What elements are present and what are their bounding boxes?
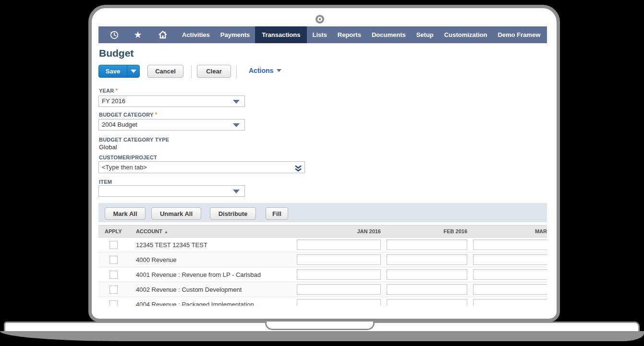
jan-amount-input[interactable] bbox=[297, 299, 381, 306]
double-chevron-down-icon[interactable] bbox=[294, 165, 302, 174]
table-row: 4002 Revenue : Custom Development bbox=[98, 282, 547, 297]
home-icon[interactable] bbox=[158, 30, 168, 40]
jan-column-header: JAN 2016 bbox=[297, 228, 381, 234]
apply-column-header: APPLY bbox=[105, 228, 122, 234]
item-select[interactable] bbox=[98, 185, 245, 197]
budget-category-value: 2004 Budget bbox=[102, 121, 137, 128]
account-name: 4001 Revenue : Revenue from LP - Carlsba… bbox=[136, 271, 261, 278]
feb-amount-input[interactable] bbox=[387, 254, 467, 265]
table-row: 12345 TEST 12345 TEST bbox=[98, 238, 547, 252]
favorites-star-icon[interactable]: ★ bbox=[133, 30, 143, 40]
budget-category-type-value: Global bbox=[99, 143, 117, 151]
trackpad-notch bbox=[265, 322, 375, 330]
jan-amount-input[interactable] bbox=[297, 254, 381, 265]
account-name: 4004 Revenue : Packaged Implementation bbox=[136, 301, 254, 306]
apply-checkbox[interactable] bbox=[109, 300, 118, 306]
page-title: Budget bbox=[99, 48, 134, 59]
mar-amount-input[interactable] bbox=[473, 254, 547, 265]
nav-item-demo-framework[interactable]: Demo Framew bbox=[492, 26, 546, 43]
apply-checkbox[interactable] bbox=[109, 286, 118, 294]
save-button-label: Save bbox=[99, 65, 127, 77]
mark-all-button[interactable]: Mark All bbox=[105, 207, 146, 220]
item-label: ITEM bbox=[99, 179, 112, 185]
actions-menu-button[interactable]: Actions bbox=[249, 67, 281, 74]
jan-amount-input[interactable] bbox=[297, 239, 381, 250]
nav-item-lists[interactable]: Lists bbox=[307, 26, 332, 43]
nav-item-reports[interactable]: Reports bbox=[332, 26, 366, 43]
customer-project-label: CUSTOMER/PROJECT bbox=[99, 155, 157, 160]
mar-amount-input[interactable] bbox=[473, 239, 547, 250]
account-name: 4000 Revenue bbox=[136, 256, 177, 263]
nav-item-customization[interactable]: Customization bbox=[439, 26, 493, 43]
apply-checkbox[interactable] bbox=[109, 256, 118, 264]
mar-amount-input[interactable] bbox=[473, 299, 547, 306]
jan-amount-input[interactable] bbox=[297, 284, 381, 295]
grid-toolbar: Mark All Unmark All Distribute Fill bbox=[98, 203, 547, 222]
history-icon[interactable] bbox=[109, 30, 120, 40]
app-viewport: ★ Activities Payments Transactions Lists… bbox=[98, 26, 547, 306]
sort-ascending-icon: ▲ bbox=[164, 230, 168, 234]
nav-item-setup[interactable]: Setup bbox=[411, 26, 439, 43]
table-row: 4000 Revenue bbox=[98, 252, 547, 267]
apply-checkbox[interactable] bbox=[109, 271, 118, 279]
camera-icon bbox=[316, 15, 324, 24]
chevron-down-icon bbox=[277, 69, 281, 72]
customer-project-input[interactable] bbox=[98, 161, 305, 173]
feb-amount-input[interactable] bbox=[387, 239, 467, 250]
nav-item-payments[interactable]: Payments bbox=[215, 26, 255, 43]
table-row: 4001 Revenue : Revenue from LP - Carlsba… bbox=[98, 267, 547, 282]
dropdown-arrow-icon bbox=[233, 100, 240, 104]
mar-column-header: MAR bbox=[473, 228, 547, 234]
fill-button[interactable]: Fill bbox=[266, 207, 288, 220]
year-value: FY 2016 bbox=[102, 97, 125, 105]
required-marker: * bbox=[115, 87, 118, 94]
feb-amount-input[interactable] bbox=[387, 284, 467, 295]
clear-button[interactable]: Clear bbox=[197, 65, 231, 78]
actions-menu-label: Actions bbox=[249, 67, 273, 74]
nav-item-activities[interactable]: Activities bbox=[177, 26, 215, 43]
account-name: 4002 Revenue : Custom Development bbox=[136, 286, 242, 293]
budget-category-label: BUDGET CATEGORY* bbox=[99, 111, 158, 118]
laptop-base-bottom bbox=[0, 331, 644, 341]
feb-column-header: FEB 2016 bbox=[387, 228, 467, 234]
mar-amount-input[interactable] bbox=[473, 269, 547, 280]
button-divider bbox=[191, 65, 192, 78]
budget-category-select[interactable]: 2004 Budget bbox=[98, 119, 245, 131]
mar-amount-input[interactable] bbox=[473, 284, 547, 295]
button-divider bbox=[236, 65, 237, 78]
table-row: 4004 Revenue : Packaged Implementation bbox=[98, 297, 547, 306]
save-dropdown-arrow[interactable] bbox=[127, 65, 139, 77]
required-marker: * bbox=[155, 111, 158, 118]
dropdown-arrow-icon bbox=[233, 190, 240, 193]
save-button[interactable]: Save bbox=[98, 65, 140, 78]
dropdown-arrow-icon bbox=[233, 123, 240, 127]
nav-item-documents[interactable]: Documents bbox=[366, 26, 411, 43]
cancel-button[interactable]: Cancel bbox=[147, 65, 183, 78]
main-navbar: ★ Activities Payments Transactions Lists… bbox=[98, 26, 547, 43]
nav-item-transactions[interactable]: Transactions bbox=[255, 26, 307, 43]
camera-dot bbox=[319, 18, 321, 20]
year-label: YEAR* bbox=[99, 87, 118, 94]
nav-menu: Activities Payments Transactions Lists R… bbox=[177, 26, 546, 43]
apply-checkbox[interactable] bbox=[109, 241, 118, 249]
action-button-row: Save Cancel Clear Actions bbox=[98, 65, 547, 78]
jan-amount-input[interactable] bbox=[297, 269, 381, 280]
unmark-all-button[interactable]: Unmark All bbox=[151, 207, 201, 220]
laptop-mockup: ★ Activities Payments Transactions Lists… bbox=[0, 0, 644, 346]
chevron-down-icon bbox=[131, 70, 136, 73]
account-name: 12345 TEST 12345 TEST bbox=[136, 241, 207, 249]
year-select[interactable]: FY 2016 bbox=[98, 95, 245, 107]
account-column-header[interactable]: ACCOUNT▲ bbox=[136, 228, 168, 234]
feb-amount-input[interactable] bbox=[387, 299, 467, 306]
budget-category-type-label: BUDGET CATEGORY TYPE bbox=[99, 137, 169, 143]
distribute-button[interactable]: Distribute bbox=[210, 207, 256, 220]
feb-amount-input[interactable] bbox=[387, 269, 467, 280]
budget-table-header: APPLY ACCOUNT▲ JAN 2016 FEB 2016 MAR bbox=[98, 225, 547, 238]
